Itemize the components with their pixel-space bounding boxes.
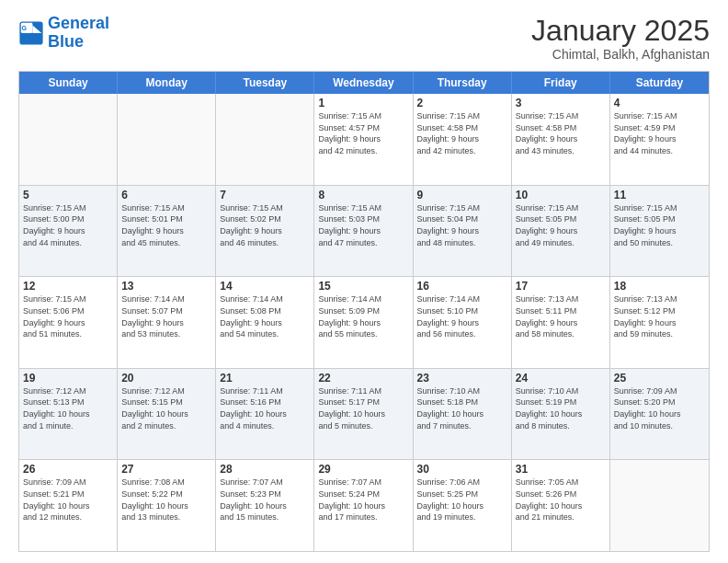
day-info: Sunrise: 7:10 AM Sunset: 5:18 PM Dayligh… [417,385,507,431]
calendar-cell: 21Sunrise: 7:11 AM Sunset: 5:16 PM Dayli… [216,369,314,460]
calendar-cell [19,94,118,185]
day-info: Sunrise: 7:11 AM Sunset: 5:16 PM Dayligh… [220,385,310,431]
day-info: Sunrise: 7:07 AM Sunset: 5:24 PM Dayligh… [318,477,408,523]
day-header-thursday: Thursday [414,72,512,94]
calendar-cell: 10Sunrise: 7:15 AM Sunset: 5:05 PM Dayli… [512,186,610,277]
day-number: 5 [23,189,113,201]
logo-general: General [48,14,109,32]
calendar-cell: 6Sunrise: 7:15 AM Sunset: 5:01 PM Daylig… [118,186,216,277]
calendar-cell: 18Sunrise: 7:13 AM Sunset: 5:12 PM Dayli… [610,277,709,368]
day-info: Sunrise: 7:14 AM Sunset: 5:07 PM Dayligh… [121,293,211,339]
day-number: 14 [220,280,310,293]
calendar-cell: 27Sunrise: 7:08 AM Sunset: 5:22 PM Dayli… [118,460,216,551]
day-number: 26 [23,463,113,476]
day-headers: SundayMondayTuesdayWednesdayThursdayFrid… [19,72,709,94]
day-info: Sunrise: 7:15 AM Sunset: 5:04 PM Dayligh… [417,202,507,248]
calendar-cell: 9Sunrise: 7:15 AM Sunset: 5:04 PM Daylig… [414,186,512,277]
day-info: Sunrise: 7:14 AM Sunset: 5:09 PM Dayligh… [318,293,408,339]
calendar-row-2: 12Sunrise: 7:15 AM Sunset: 5:06 PM Dayli… [19,276,709,368]
day-number: 1 [318,97,408,109]
day-number: 19 [23,372,113,385]
calendar-cell: 12Sunrise: 7:15 AM Sunset: 5:06 PM Dayli… [19,277,118,368]
day-number: 18 [614,280,705,293]
day-header-saturday: Saturday [610,72,709,94]
calendar-cell: 30Sunrise: 7:06 AM Sunset: 5:25 PM Dayli… [414,460,512,551]
day-info: Sunrise: 7:15 AM Sunset: 5:05 PM Dayligh… [516,202,606,248]
day-number: 31 [516,463,606,476]
calendar-row-1: 5Sunrise: 7:15 AM Sunset: 5:00 PM Daylig… [19,185,709,277]
calendar-cell: 28Sunrise: 7:07 AM Sunset: 5:23 PM Dayli… [216,460,314,551]
day-info: Sunrise: 7:09 AM Sunset: 5:20 PM Dayligh… [614,385,705,431]
day-number: 15 [318,280,408,293]
day-info: Sunrise: 7:15 AM Sunset: 5:00 PM Dayligh… [23,202,113,248]
day-number: 4 [614,97,705,109]
header: G General Blue January 2025 Chimtal, Bal… [18,15,710,62]
day-number: 21 [220,372,310,385]
day-info: Sunrise: 7:15 AM Sunset: 5:05 PM Dayligh… [614,202,705,248]
calendar-cell: 3Sunrise: 7:15 AM Sunset: 4:58 PM Daylig… [512,94,610,185]
day-number: 8 [318,189,408,201]
calendar-cell: 4Sunrise: 7:15 AM Sunset: 4:59 PM Daylig… [610,94,709,185]
calendar: SundayMondayTuesdayWednesdayThursdayFrid… [18,71,710,552]
day-info: Sunrise: 7:15 AM Sunset: 4:59 PM Dayligh… [614,110,705,156]
location: Chimtal, Balkh, Afghanistan [531,47,710,62]
day-info: Sunrise: 7:12 AM Sunset: 5:15 PM Dayligh… [121,385,211,431]
day-number: 16 [417,280,507,293]
day-number: 30 [417,463,507,476]
day-info: Sunrise: 7:05 AM Sunset: 5:26 PM Dayligh… [516,477,606,523]
title-area: January 2025 Chimtal, Balkh, Afghanistan [531,15,710,62]
calendar-cell: 13Sunrise: 7:14 AM Sunset: 5:07 PM Dayli… [118,277,216,368]
day-number: 11 [614,189,705,201]
day-number: 20 [121,372,211,385]
day-info: Sunrise: 7:15 AM Sunset: 4:58 PM Dayligh… [516,110,606,156]
day-number: 10 [516,189,606,201]
day-number: 25 [614,372,705,385]
day-header-friday: Friday [512,72,610,94]
day-number: 23 [417,372,507,385]
calendar-body: 1Sunrise: 7:15 AM Sunset: 4:57 PM Daylig… [19,94,709,551]
calendar-cell: 26Sunrise: 7:09 AM Sunset: 5:21 PM Dayli… [19,460,118,551]
calendar-cell: 31Sunrise: 7:05 AM Sunset: 5:26 PM Dayli… [512,460,610,551]
day-info: Sunrise: 7:13 AM Sunset: 5:11 PM Dayligh… [516,293,606,339]
svg-text:G: G [22,25,28,31]
calendar-cell: 11Sunrise: 7:15 AM Sunset: 5:05 PM Dayli… [610,186,709,277]
calendar-cell: 20Sunrise: 7:12 AM Sunset: 5:15 PM Dayli… [118,369,216,460]
calendar-cell: 1Sunrise: 7:15 AM Sunset: 4:57 PM Daylig… [314,94,413,185]
calendar-cell: 23Sunrise: 7:10 AM Sunset: 5:18 PM Dayli… [414,369,512,460]
day-info: Sunrise: 7:12 AM Sunset: 5:13 PM Dayligh… [23,385,113,431]
day-info: Sunrise: 7:15 AM Sunset: 4:58 PM Dayligh… [417,110,507,156]
day-number: 28 [220,463,310,476]
day-info: Sunrise: 7:08 AM Sunset: 5:22 PM Dayligh… [121,477,211,523]
calendar-cell: 5Sunrise: 7:15 AM Sunset: 5:00 PM Daylig… [19,186,118,277]
day-info: Sunrise: 7:09 AM Sunset: 5:21 PM Dayligh… [23,477,113,523]
day-info: Sunrise: 7:15 AM Sunset: 5:02 PM Dayligh… [220,202,310,248]
day-number: 22 [318,372,408,385]
calendar-cell: 24Sunrise: 7:10 AM Sunset: 5:19 PM Dayli… [512,369,610,460]
day-number: 6 [121,189,211,201]
calendar-cell: 15Sunrise: 7:14 AM Sunset: 5:09 PM Dayli… [314,277,413,368]
month-title: January 2025 [531,15,710,47]
calendar-cell: 25Sunrise: 7:09 AM Sunset: 5:20 PM Dayli… [610,369,709,460]
day-header-tuesday: Tuesday [216,72,314,94]
day-number: 7 [220,189,310,201]
day-info: Sunrise: 7:15 AM Sunset: 5:01 PM Dayligh… [121,202,211,248]
day-number: 27 [121,463,211,476]
day-info: Sunrise: 7:15 AM Sunset: 4:57 PM Dayligh… [318,110,408,156]
logo-blue: Blue [48,33,109,52]
logo-icon: G [18,20,44,46]
calendar-cell: 29Sunrise: 7:07 AM Sunset: 5:24 PM Dayli… [314,460,413,551]
calendar-cell: 22Sunrise: 7:11 AM Sunset: 5:17 PM Dayli… [314,369,413,460]
day-info: Sunrise: 7:15 AM Sunset: 5:06 PM Dayligh… [23,293,113,339]
day-info: Sunrise: 7:14 AM Sunset: 5:10 PM Dayligh… [417,293,507,339]
calendar-cell: 8Sunrise: 7:15 AM Sunset: 5:03 PM Daylig… [314,186,413,277]
logo: G General Blue [18,15,109,52]
day-info: Sunrise: 7:13 AM Sunset: 5:12 PM Dayligh… [614,293,705,339]
calendar-cell [216,94,314,185]
calendar-cell: 2Sunrise: 7:15 AM Sunset: 4:58 PM Daylig… [414,94,512,185]
day-header-sunday: Sunday [19,72,118,94]
day-number: 3 [516,97,606,109]
calendar-cell: 7Sunrise: 7:15 AM Sunset: 5:02 PM Daylig… [216,186,314,277]
day-number: 17 [516,280,606,293]
day-number: 12 [23,280,113,293]
calendar-cell: 14Sunrise: 7:14 AM Sunset: 5:08 PM Dayli… [216,277,314,368]
